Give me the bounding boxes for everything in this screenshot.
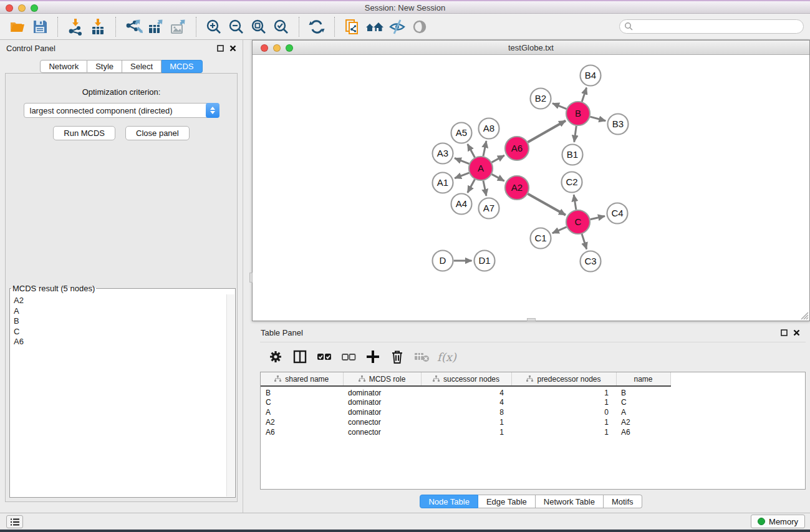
tab-mcds[interactable]: MCDS <box>162 60 202 73</box>
table-row[interactable]: Bdominator41B <box>261 386 670 397</box>
graph-edge-A-A1[interactable] <box>455 173 469 178</box>
column-header-shared-name[interactable]: shared name <box>261 372 343 386</box>
network-canvas[interactable]: AA1A2A3A4A5A6A7A8BB1B2B3B4CC1C2C3C4DD1 <box>253 55 809 321</box>
tab-network[interactable]: Network <box>40 60 87 73</box>
graph-edge-A-A4[interactable] <box>468 180 475 193</box>
deselect-all-icon[interactable] <box>339 347 359 367</box>
delete-table-icon[interactable] <box>412 347 432 367</box>
float-panel-icon[interactable] <box>781 329 788 336</box>
graph-node-A2[interactable]: A2 <box>505 176 529 200</box>
column-header-name[interactable]: name <box>616 372 670 386</box>
add-column-icon[interactable] <box>363 347 383 367</box>
graph-edge-A2-C[interactable] <box>528 194 566 215</box>
close-panel-icon[interactable] <box>793 329 800 336</box>
graph-node-A8[interactable]: A8 <box>479 118 499 139</box>
table-cell[interactable]: A6 <box>261 427 343 437</box>
table-row[interactable]: A2connector11A2 <box>261 417 670 427</box>
column-header-MCDS-role[interactable]: MCDS role <box>343 372 421 386</box>
table-cell[interactable]: A6 <box>616 427 670 437</box>
splitter-handle[interactable] <box>249 273 253 283</box>
node-table-grid[interactable]: shared nameMCDS rolesuccessor nodesprede… <box>261 372 671 437</box>
tab-edge-table[interactable]: Edge Table <box>478 495 536 508</box>
table-cell[interactable]: B <box>261 386 343 397</box>
graph-edge-C-C2[interactable] <box>574 195 576 210</box>
table-cell[interactable]: 1 <box>511 397 616 407</box>
task-history-button[interactable] <box>6 515 23 528</box>
close-panel-button[interactable]: Close panel <box>125 126 190 140</box>
graph-edge-A-A6[interactable] <box>492 155 504 162</box>
graph-node-B4[interactable]: B4 <box>581 65 601 86</box>
search-input[interactable] <box>619 19 804 34</box>
run-mcds-button[interactable]: Run MCDS <box>53 126 115 140</box>
export-network-icon[interactable] <box>122 16 145 37</box>
graph-edge-A-A7[interactable] <box>483 181 486 196</box>
refresh-icon[interactable] <box>306 16 328 37</box>
table-cell[interactable]: B <box>616 386 670 397</box>
result-scrollbar[interactable] <box>226 294 234 496</box>
table-cell[interactable]: 1 <box>421 427 511 437</box>
delete-icon[interactable] <box>387 347 407 367</box>
save-session-icon[interactable] <box>29 16 51 37</box>
table-cell[interactable]: 0 <box>511 407 616 417</box>
network-window-titlebar[interactable]: testGlobe.txt <box>253 41 809 55</box>
table-cell[interactable]: dominator <box>343 397 421 407</box>
graph-edge-A-A5[interactable] <box>468 144 475 157</box>
criterion-select[interactable]: largest connected component (directed) <box>24 103 219 118</box>
graph-node-A[interactable]: A <box>469 157 493 180</box>
tab-select[interactable]: Select <box>122 60 162 73</box>
table-cell[interactable]: connector <box>343 417 421 427</box>
export-image-icon[interactable] <box>167 16 190 37</box>
graph-edge-A6-B[interactable] <box>528 120 566 142</box>
tab-style[interactable]: Style <box>87 60 122 73</box>
resize-grip-icon[interactable] <box>799 310 809 320</box>
graph-node-C4[interactable]: C4 <box>607 203 628 224</box>
table-row[interactable]: A6connector11A6 <box>261 427 670 437</box>
splitter-handle[interactable] <box>527 318 536 321</box>
function-builder-icon[interactable]: f(x) <box>437 351 456 364</box>
graph-edge-A-A2[interactable] <box>492 174 504 181</box>
split-panel-icon[interactable] <box>290 347 310 367</box>
graph-edge-C-C1[interactable] <box>552 227 567 233</box>
table-cell[interactable]: A2 <box>261 417 343 427</box>
birds-eye-view-icon[interactable] <box>408 16 431 37</box>
table-row[interactable]: Adominator80A <box>261 407 670 417</box>
graph-edge-C-C3[interactable] <box>582 234 587 249</box>
settings-gear-icon[interactable] <box>266 347 286 367</box>
graph-node-A1[interactable]: A1 <box>433 173 453 193</box>
mcds-result-item[interactable]: A2 <box>14 296 226 306</box>
graph-edge-B-B4[interactable] <box>582 87 586 102</box>
graph-edge-B-B3[interactable] <box>590 117 605 121</box>
graph-edge-A-A8[interactable] <box>483 141 486 156</box>
tab-node-table[interactable]: Node Table <box>420 495 478 508</box>
graph-node-A6[interactable]: A6 <box>505 137 529 160</box>
graph-edge-B-B2[interactable] <box>552 104 566 109</box>
table-cell[interactable]: A2 <box>616 417 670 427</box>
import-network-icon[interactable] <box>64 16 87 37</box>
graph-node-B3[interactable]: B3 <box>608 114 629 135</box>
tab-motifs[interactable]: Motifs <box>604 495 642 508</box>
column-header-successor-nodes[interactable]: successor nodes <box>421 372 511 386</box>
export-table-icon[interactable] <box>145 16 167 37</box>
mcds-result-item[interactable]: B <box>14 316 226 327</box>
home-icon[interactable] <box>364 16 386 37</box>
graph-node-B1[interactable]: B1 <box>562 145 583 165</box>
graph-node-C[interactable]: C <box>566 210 590 234</box>
mcds-result-list[interactable]: A2ABCA6 <box>11 294 226 496</box>
open-session-icon[interactable] <box>6 16 29 37</box>
graph-edge-C-C4[interactable] <box>591 216 605 219</box>
table-cell[interactable]: 4 <box>421 397 511 407</box>
zoom-fit-icon[interactable] <box>248 16 270 37</box>
new-session-icon[interactable] <box>341 16 364 37</box>
mcds-result-item[interactable]: C <box>14 327 226 337</box>
zoom-out-icon[interactable] <box>225 16 248 37</box>
table-cell[interactable]: 1 <box>421 417 511 427</box>
table-cell[interactable]: A <box>616 407 670 417</box>
graph-node-C3[interactable]: C3 <box>581 251 601 272</box>
table-cell[interactable]: C <box>261 397 343 407</box>
hide-graphics-details-icon[interactable] <box>386 16 408 37</box>
graph-node-D1[interactable]: D1 <box>475 251 495 271</box>
graph-node-B2[interactable]: B2 <box>531 89 551 109</box>
table-cell[interactable]: 1 <box>511 386 616 397</box>
mcds-result-item[interactable]: A6 <box>14 337 226 347</box>
select-all-icon[interactable] <box>314 347 334 367</box>
